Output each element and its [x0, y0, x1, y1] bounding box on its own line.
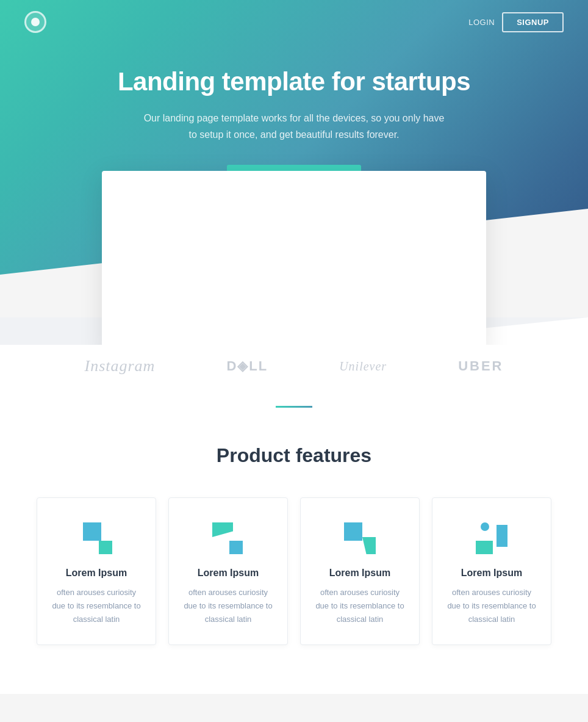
brand-divider [276, 406, 312, 408]
feature-title-3: Lorem Ipsum [313, 568, 407, 579]
feature-desc-4: often arouses curiosity due to its resem… [445, 586, 539, 626]
feature-icon-3 [344, 522, 376, 554]
feature-desc-2: often arouses curiosity due to its resem… [181, 586, 275, 626]
feature-icon-4 [476, 522, 507, 554]
navbar: LOGIN SIGNUP [0, 0, 588, 44]
brands-section: Instagram D◈LL Unilever UBER [0, 345, 588, 406]
hero-subtitle: Our landing page template works for all … [142, 110, 446, 143]
feature-icon-1 [81, 522, 112, 554]
feature-desc-3: often arouses curiosity due to its resem… [313, 586, 407, 626]
feature-card-2: Lorem Ipsum often arouses curiosity due … [168, 497, 288, 645]
bottom-background [0, 694, 588, 722]
features-grid: Lorem Ipsum often arouses curiosity due … [37, 497, 551, 645]
feature-card-4: Lorem Ipsum often arouses curiosity due … [432, 497, 551, 645]
feature-title-2: Lorem Ipsum [181, 568, 275, 579]
screenshot-card [102, 171, 486, 354]
feature-card-1: Lorem Ipsum often arouses curiosity due … [37, 497, 156, 645]
feature-desc-1: often arouses curiosity due to its resem… [49, 586, 143, 626]
features-section: Product features Lorem Ipsum often arous… [0, 414, 588, 694]
brand-uber: UBER [458, 358, 503, 374]
login-button[interactable]: LOGIN [468, 18, 495, 27]
brand-dell: D◈LL [226, 358, 268, 374]
logo[interactable] [24, 11, 46, 33]
nav-right: LOGIN SIGNUP [468, 12, 564, 32]
brand-unilever: Unilever [339, 359, 387, 374]
signup-button[interactable]: SIGNUP [502, 12, 564, 32]
brand-instagram: Instagram [85, 357, 156, 375]
feature-title-4: Lorem Ipsum [445, 568, 539, 579]
hero-title: Landing template for startups [118, 67, 470, 96]
logo-inner [31, 18, 40, 26]
features-title: Product features [37, 444, 551, 467]
feature-card-3: Lorem Ipsum often arouses curiosity due … [300, 497, 420, 645]
feature-title-1: Lorem Ipsum [49, 568, 143, 579]
feature-icon-2 [212, 522, 244, 554]
